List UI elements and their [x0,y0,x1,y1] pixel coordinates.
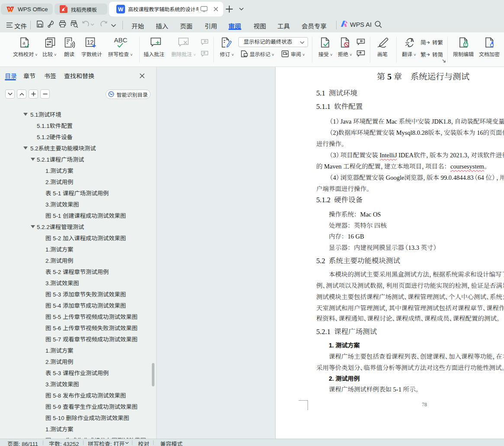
svg-text:W: W [118,6,124,13]
svg-text:a: a [23,39,26,46]
svg-text:ABC: ABC [114,37,128,44]
svg-text:A: A [411,38,414,43]
svg-text:文: 文 [405,41,410,46]
svg-text:12: 12 [87,39,94,46]
